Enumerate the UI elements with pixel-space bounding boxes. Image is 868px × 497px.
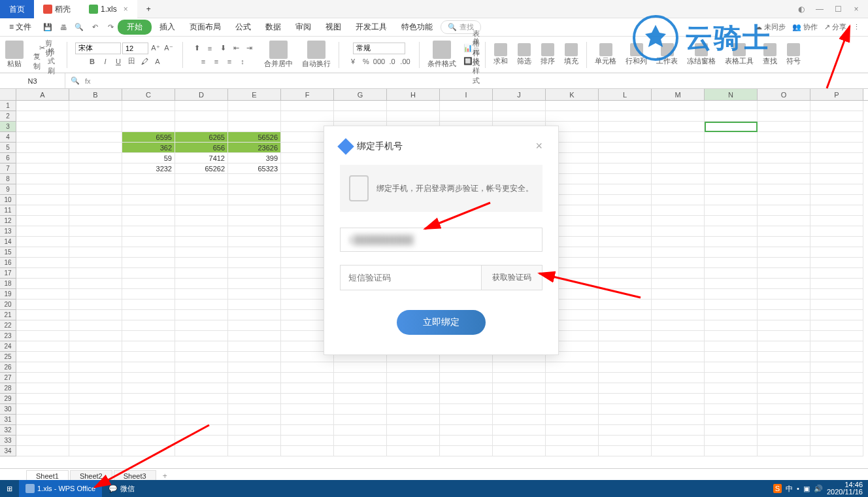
cell-L14[interactable] (599, 237, 652, 247)
cell-F28[interactable] (281, 383, 334, 394)
cell-J30[interactable] (493, 404, 546, 415)
cell-M9[interactable] (652, 184, 705, 195)
cell-C24[interactable] (122, 341, 175, 352)
tab-new[interactable]: + (137, 0, 160, 18)
col-header-J[interactable]: J (493, 89, 546, 100)
preview-icon[interactable]: 🔍 (73, 22, 85, 33)
cell-A10[interactable] (16, 195, 69, 205)
cell-P25[interactable] (810, 352, 863, 362)
cell-D32[interactable] (175, 425, 228, 436)
cell-O5[interactable] (758, 143, 810, 153)
align-top-icon[interactable]: ⬆ (191, 43, 203, 54)
cell-C31[interactable] (122, 415, 175, 425)
italic-icon[interactable]: I (99, 56, 111, 67)
cell-G33[interactable] (334, 436, 387, 446)
maximize-icon[interactable]: ☐ (831, 3, 844, 16)
cell-B2[interactable] (69, 111, 122, 122)
cell-A9[interactable] (16, 184, 69, 195)
cell-B16[interactable] (69, 258, 122, 268)
cell-C12[interactable] (122, 216, 175, 226)
align-left-icon[interactable]: ≡ (197, 56, 209, 67)
copy-button[interactable]: 复制 (33, 56, 44, 67)
cell-D22[interactable] (175, 320, 228, 331)
cell-E16[interactable] (228, 258, 281, 268)
cell-I33[interactable] (440, 436, 493, 446)
cell-C11[interactable] (122, 205, 175, 216)
cell-E25[interactable] (228, 352, 281, 362)
cell-D27[interactable] (175, 373, 228, 383)
cell-L24[interactable] (599, 341, 652, 352)
cell-P12[interactable] (810, 216, 863, 226)
cell-B18[interactable] (69, 279, 122, 289)
cell-A19[interactable] (16, 289, 69, 300)
cell-C20[interactable] (122, 300, 175, 310)
cell-L10[interactable] (599, 195, 652, 205)
cell-O8[interactable] (758, 174, 810, 184)
menu-file[interactable]: ≡ 文件 (3, 19, 38, 35)
cell-A27[interactable] (16, 373, 69, 383)
cell-C5[interactable]: 362 (122, 143, 175, 153)
cell-E34[interactable] (228, 446, 281, 456)
cell-A22[interactable] (16, 320, 69, 331)
border-icon[interactable]: 田 (125, 56, 137, 67)
dec-dec-icon[interactable]: .00 (399, 56, 411, 67)
cell-B24[interactable] (69, 341, 122, 352)
cell-G32[interactable] (334, 425, 387, 436)
row-header-17[interactable]: 17 (0, 268, 16, 279)
cell-D29[interactable] (175, 394, 228, 404)
cell-C26[interactable] (122, 362, 175, 373)
find-button[interactable]: 查找 (760, 42, 780, 67)
cell-L16[interactable] (599, 258, 652, 268)
cell-K2[interactable] (546, 111, 599, 122)
cell-D7[interactable]: 65262 (175, 163, 228, 174)
cell-C2[interactable] (122, 111, 175, 122)
name-box[interactable]: N3 (0, 73, 65, 88)
col-header-F[interactable]: F (281, 89, 334, 100)
cell-P26[interactable] (810, 362, 863, 373)
row-header-13[interactable]: 13 (0, 226, 16, 237)
cell-N13[interactable] (705, 226, 758, 237)
cell-A13[interactable] (16, 226, 69, 237)
cell-D33[interactable] (175, 436, 228, 446)
cell-E7[interactable]: 65323 (228, 163, 281, 174)
cell-E22[interactable] (228, 320, 281, 331)
cell-I26[interactable] (440, 362, 493, 373)
cell-N1[interactable] (705, 101, 758, 111)
cell-D26[interactable] (175, 362, 228, 373)
cell-N9[interactable] (705, 184, 758, 195)
sort-button[interactable]: 排序 (538, 42, 558, 67)
cell-L32[interactable] (599, 425, 652, 436)
cell-D5[interactable]: 656 (175, 143, 228, 153)
cell-M15[interactable] (652, 247, 705, 258)
cell-C6[interactable]: 59 (122, 153, 175, 163)
taskbar-wechat[interactable]: 💬微信 (102, 480, 141, 497)
cell-D21[interactable] (175, 310, 228, 320)
cell-P10[interactable] (810, 195, 863, 205)
tray-icon2[interactable]: ▣ (803, 485, 810, 493)
cell-M31[interactable] (652, 415, 705, 425)
cell-A32[interactable] (16, 425, 69, 436)
cell-N10[interactable] (705, 195, 758, 205)
font-color-icon[interactable]: A (152, 56, 163, 67)
cell-L11[interactable] (599, 205, 652, 216)
row-header-18[interactable]: 18 (0, 279, 16, 289)
row-header-21[interactable]: 21 (0, 310, 16, 320)
cell-P20[interactable] (810, 300, 863, 310)
cell-L1[interactable] (599, 101, 652, 111)
cell-A3[interactable] (16, 122, 69, 132)
cell-L27[interactable] (599, 373, 652, 383)
cell-E14[interactable] (228, 237, 281, 247)
cell-D15[interactable] (175, 247, 228, 258)
cell-A21[interactable] (16, 310, 69, 320)
cell-M23[interactable] (652, 331, 705, 341)
cell-O3[interactable] (758, 122, 810, 132)
cell-D4[interactable]: 6265 (175, 132, 228, 143)
cell-A14[interactable] (16, 237, 69, 247)
cell-P33[interactable] (810, 436, 863, 446)
cell-A31[interactable] (16, 415, 69, 425)
cell-N17[interactable] (705, 268, 758, 279)
sync-status[interactable]: ☁ 未同步 (755, 22, 786, 32)
align-middle-icon[interactable]: ≡ (204, 43, 216, 54)
sum-button[interactable]: 求和 (491, 42, 510, 67)
cell-M27[interactable] (652, 373, 705, 383)
